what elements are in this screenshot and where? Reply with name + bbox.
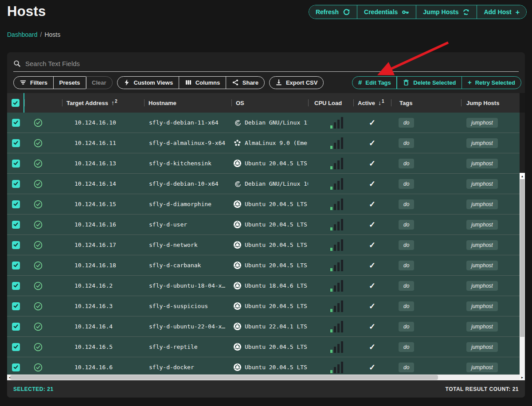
search-icon xyxy=(13,60,21,67)
os-icon xyxy=(233,343,242,351)
target-address-cell: 10.124.16.15 xyxy=(62,194,144,214)
status-ok-icon xyxy=(34,241,43,250)
jumphost-chip: jumphost xyxy=(466,179,498,189)
presets-button[interactable]: Presets xyxy=(53,76,86,89)
table-row[interactable]: 10.124.16.15 sfly-d-diamorphine Ubuntu 2… xyxy=(7,194,520,215)
row-checkbox[interactable] xyxy=(12,160,20,168)
cpu-load-bars-icon xyxy=(330,198,343,210)
delete-selected-label: Delete Selected xyxy=(413,79,456,86)
active-check-icon: ✓ xyxy=(369,281,376,291)
refresh-button[interactable]: Refresh xyxy=(309,5,357,19)
tag-chip: do xyxy=(399,220,414,230)
horizontal-scrollbar-thumb[interactable] xyxy=(10,375,438,380)
column-header-active[interactable]: Active ↓ 1 xyxy=(353,93,391,113)
row-checkbox[interactable] xyxy=(12,221,20,229)
add-host-label: Add Host xyxy=(484,8,511,16)
hostname-cell: sfly-d-debian-11-x64 xyxy=(144,113,231,133)
column-header-jump-hosts[interactable]: Jump Hosts xyxy=(461,93,525,113)
table-row[interactable]: 10.124.16.4 sfly-d-ubuntu-22-04-x… Ubunt… xyxy=(7,316,520,337)
table-row[interactable]: 10.124.16.5 sfly-d-reptile Ubuntu 20.04.… xyxy=(7,337,520,357)
active-check-icon: ✓ xyxy=(369,118,376,128)
table-row[interactable]: 10.124.16.17 sfly-d-network Ubuntu 20.04… xyxy=(7,235,520,255)
retry-selected-label: Retry Selected xyxy=(475,79,515,86)
column-header-cpu-load[interactable]: CPU Load xyxy=(308,93,353,113)
columns-label: Columns xyxy=(196,79,220,86)
custom-views-button[interactable]: Custom Views xyxy=(117,76,180,89)
row-checkbox[interactable] xyxy=(12,282,20,290)
jumphost-chip: jumphost xyxy=(466,220,498,230)
target-address-cell: 10.124.16.2 xyxy=(62,276,144,296)
column-header-target-address[interactable]: Target Address ↑ 2 xyxy=(62,93,144,113)
sort-rank: 2 xyxy=(115,99,117,104)
scroll-up-button[interactable]: ▲ xyxy=(520,173,525,179)
breadcrumb-link-dashboard[interactable]: Dashboard xyxy=(7,31,38,38)
vertical-scrollbar[interactable]: ▲ ▼ xyxy=(520,173,525,375)
add-host-button[interactable]: Add Host + xyxy=(477,5,526,19)
share-button[interactable]: Share xyxy=(226,76,265,89)
target-address-cell: 10.124.16.11 xyxy=(62,133,144,153)
table-row[interactable]: 10.124.16.6 sfly-d-docker Ubuntu 20.04.5… xyxy=(7,357,520,375)
retry-selected-button[interactable]: + Retry Selected xyxy=(462,76,521,89)
clear-button[interactable]: Clear xyxy=(86,76,113,89)
table-row[interactable]: 10.124.16.14 sfly-d-debian-10-x64 Debian… xyxy=(7,174,520,194)
scroll-right-button[interactable]: ► xyxy=(520,375,525,380)
active-check-icon: ✓ xyxy=(369,179,376,189)
table-row[interactable]: 10.124.16.2 sfly-d-ubuntu-18-04-x… Ubunt… xyxy=(7,276,520,296)
horizontal-scrollbar[interactable]: ◄ ► xyxy=(7,375,525,380)
column-header-os[interactable]: OS xyxy=(231,93,308,113)
tag-chip: do xyxy=(399,342,414,352)
filters-button[interactable]: Filters xyxy=(13,76,54,89)
row-checkbox[interactable] xyxy=(12,323,20,331)
jump-hosts-button[interactable]: Jump Hosts xyxy=(416,5,477,19)
row-checkbox[interactable] xyxy=(12,119,20,127)
row-checkbox[interactable] xyxy=(12,139,20,147)
target-address-cell: 10.124.16.4 xyxy=(62,316,144,336)
row-checkbox[interactable] xyxy=(12,262,20,269)
os-cell: Ubuntu 20.04.5 LTS xyxy=(245,344,307,350)
row-checkbox[interactable] xyxy=(12,241,20,249)
os-cell: Ubuntu 20.04.5 LTS xyxy=(245,303,307,309)
row-checkbox[interactable] xyxy=(12,180,20,188)
jump-arrows-icon xyxy=(462,8,470,16)
row-checkbox[interactable] xyxy=(12,302,20,310)
os-icon xyxy=(233,322,242,331)
select-all-checkbox[interactable] xyxy=(12,99,20,107)
table-row[interactable]: 10.124.16.18 sfly-d-carbanak Ubuntu 20.0… xyxy=(7,255,520,276)
column-header-tags[interactable]: Tags xyxy=(391,93,461,113)
export-csv-button[interactable]: Export CSV xyxy=(269,76,324,89)
column-header-hostname[interactable]: Hostname xyxy=(144,93,231,113)
table-row[interactable]: 10.124.16.3 sfly-d-suspicious Ubuntu 20.… xyxy=(7,296,520,316)
columns-button[interactable]: Columns xyxy=(179,76,227,89)
os-icon xyxy=(233,180,242,188)
cpu-load-bars-icon xyxy=(330,157,343,169)
table-row[interactable]: 10.124.16.11 sfly-d-almalinux-9-x64 Alma… xyxy=(7,133,520,153)
table-row[interactable]: 10.124.16.16 sfly-d-user Ubuntu 20.04.5 … xyxy=(7,215,520,235)
search-input[interactable] xyxy=(25,60,519,67)
jumphost-chip: jumphost xyxy=(466,281,498,291)
status-ok-icon xyxy=(34,180,43,188)
credentials-label: Credentials xyxy=(364,8,398,16)
tag-chip: do xyxy=(399,363,414,372)
total-result-count: TOTAL RESULT COUNT: 21 xyxy=(446,386,519,392)
target-address-cell: 10.124.16.10 xyxy=(62,113,144,133)
credentials-button[interactable]: Credentials xyxy=(357,5,416,19)
lightning-icon xyxy=(123,79,130,86)
row-checkbox[interactable] xyxy=(12,200,20,208)
jumphost-chip: jumphost xyxy=(466,240,498,250)
table-row[interactable]: 10.124.16.13 sfly-d-kitchensink Ubuntu 2… xyxy=(7,153,520,174)
row-checkbox[interactable] xyxy=(12,363,20,371)
tag-chip: do xyxy=(399,240,414,250)
tag-chip: do xyxy=(399,118,414,128)
table-row[interactable]: 10.124.16.10 sfly-d-debian-11-x64 Debian… xyxy=(7,113,520,133)
active-check-icon: ✓ xyxy=(369,220,376,230)
filter-icon xyxy=(20,79,27,86)
vertical-scrollbar-thumb[interactable] xyxy=(520,179,524,337)
row-checkbox[interactable] xyxy=(12,343,20,351)
target-address-cell: 10.124.16.17 xyxy=(62,235,144,255)
share-label: Share xyxy=(243,79,258,86)
os-cell: Ubuntu 20.04.5 LTS xyxy=(245,262,307,269)
delete-selected-button[interactable]: Delete Selected xyxy=(396,76,462,89)
tag-chip: do xyxy=(399,281,414,291)
edit-tags-button[interactable]: # Edit Tags xyxy=(352,76,397,89)
breadcrumb-current: Hosts xyxy=(44,31,60,38)
